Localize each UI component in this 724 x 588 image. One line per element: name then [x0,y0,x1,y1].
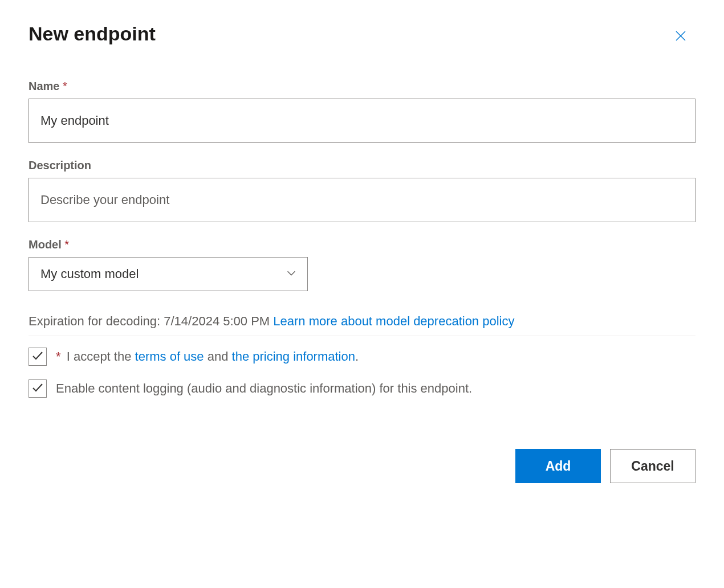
model-field-group: Model * My custom model [29,238,695,291]
name-field-group: Name * [29,80,695,143]
expiration-value: 7/14/2024 5:00 PM [164,314,270,328]
model-label: Model * [29,238,695,251]
logging-checkbox-row: Enable content logging (audio and diagno… [29,379,695,398]
close-button[interactable] [672,27,690,46]
terms-label: * I accept the terms of use and the pric… [56,349,359,364]
required-indicator: * [64,238,69,251]
description-input[interactable] [29,178,695,222]
expiration-label: Expiration for decoding: [29,314,164,328]
model-select-wrapper: My custom model [29,257,308,291]
dialog-header: New endpoint [29,23,695,46]
add-button[interactable]: Add [515,449,601,483]
name-label: Name * [29,80,695,93]
terms-checkbox-row: * I accept the terms of use and the pric… [29,348,695,366]
required-indicator: * [56,349,61,364]
cancel-button[interactable]: Cancel [610,449,695,483]
deprecation-policy-link[interactable]: Learn more about model deprecation polic… [273,314,514,328]
check-icon [31,381,44,397]
terms-checkbox[interactable] [29,348,47,366]
expiration-info: Expiration for decoding: 7/14/2024 5:00 … [29,314,695,329]
logging-checkbox[interactable] [29,379,47,398]
divider [29,336,695,336]
description-label: Description [29,159,695,172]
pricing-info-link[interactable]: the pricing information [232,349,355,364]
model-select[interactable]: My custom model [29,257,308,291]
dialog-footer: Add Cancel [29,449,695,483]
terms-of-use-link[interactable]: terms of use [135,349,204,364]
description-field-group: Description [29,159,695,222]
close-icon [674,29,688,44]
dialog-title: New endpoint [29,23,156,45]
logging-label: Enable content logging (audio and diagno… [56,381,472,396]
name-input[interactable] [29,99,695,143]
new-endpoint-dialog: New endpoint Name * Description Model * … [29,23,695,483]
required-indicator: * [63,80,67,92]
check-icon [31,349,44,365]
